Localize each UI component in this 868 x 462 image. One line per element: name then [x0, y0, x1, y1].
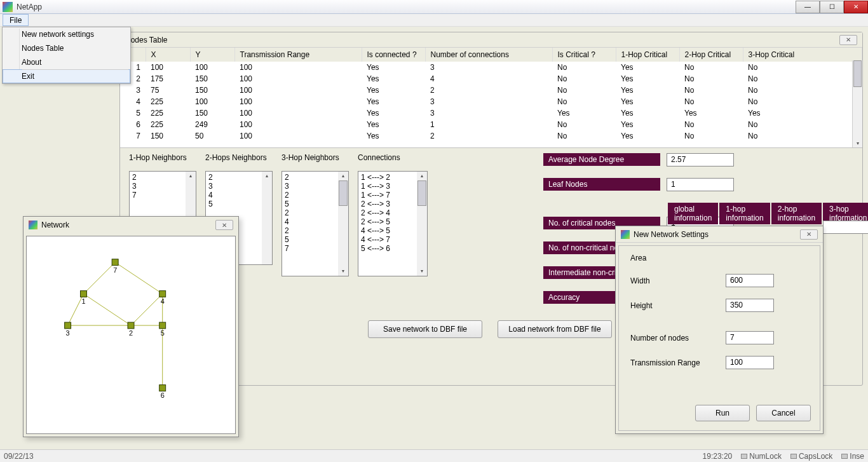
area-label: Area: [630, 254, 726, 262]
list-item[interactable]: 4: [285, 217, 346, 226]
svg-line-2: [83, 262, 115, 294]
list-item[interactable]: 7: [285, 244, 346, 253]
network-window-close-icon[interactable]: ✕: [215, 220, 233, 230]
list-item[interactable]: 7: [132, 191, 193, 200]
numlock-label: NumLock: [749, 452, 782, 461]
table-row[interactable]: 4225100100Yes3NoYesNoNo: [120, 96, 862, 107]
network-window-title: Network: [41, 221, 69, 229]
svg-text:2: 2: [129, 329, 133, 337]
nodes-table-close-icon[interactable]: ✕: [839, 35, 857, 45]
cancel-button[interactable]: Cancel: [756, 405, 811, 421]
list-item[interactable]: 3: [132, 182, 193, 191]
network-canvas[interactable]: 1234567: [26, 236, 236, 434]
list-item[interactable]: 3: [208, 182, 269, 191]
scroll-up-icon[interactable]: ▴: [186, 172, 196, 180]
scrollbar-thumb[interactable]: [853, 60, 862, 87]
list-item[interactable]: 2 <---> 5: [361, 217, 424, 226]
load-dbf-button[interactable]: Load network from DBF file: [498, 320, 612, 338]
scroll-down-icon[interactable]: ▾: [417, 267, 427, 276]
table-row[interactable]: 375150100Yes2NoYesNoNo: [120, 85, 862, 96]
global-info-tab[interactable]: global information: [668, 203, 718, 224]
network-window[interactable]: Network ✕ 1234567: [23, 216, 239, 437]
leaf-nodes-value[interactable]: 1: [667, 178, 734, 191]
col-is-critical[interactable]: Is Critical ?: [552, 48, 616, 62]
list-item[interactable]: 2 <---> 4: [361, 208, 424, 217]
list-item[interactable]: 4 <---> 7: [361, 235, 424, 244]
list-item[interactable]: 4: [208, 191, 269, 200]
list-item[interactable]: 2 <---> 3: [361, 200, 424, 208]
table-row[interactable]: 5225150100Yes3YesYesYesYes: [120, 107, 862, 119]
list-item[interactable]: 2: [208, 173, 269, 182]
svg-rect-21: [112, 259, 118, 266]
table-row[interactable]: 715050100Yes2NoYesNoNo: [120, 130, 862, 142]
list-item[interactable]: 5: [208, 200, 269, 208]
settings-dialog-close-icon[interactable]: ✕: [800, 229, 818, 240]
menu-nodes-table[interactable]: Nodes Table: [3, 41, 130, 55]
list-item[interactable]: 2: [285, 226, 346, 235]
leaf-nodes-label: Leaf Nodes: [543, 178, 660, 191]
svg-text:1: 1: [81, 297, 85, 305]
list-item[interactable]: 5: [285, 200, 346, 208]
table-scrollbar[interactable]: ▾: [852, 60, 862, 147]
list-item[interactable]: 4 <---> 5: [361, 226, 424, 235]
capslock-indicator-icon: [790, 454, 797, 459]
svg-rect-19: [159, 385, 166, 391]
2hop-info-tab[interactable]: 2-hop information: [771, 203, 822, 224]
nodes-table-title: Nodes Table: [125, 36, 168, 44]
connections-listbox[interactable]: 1 <---> 21 <---> 31 <---> 72 <---> 32 <-…: [358, 171, 428, 276]
status-bar: 09/22/13 19:23:20 NumLock CapsLock Inse: [0, 449, 868, 462]
list-item[interactable]: 1 <---> 2: [361, 173, 424, 182]
3hop-listbox[interactable]: 232524257▴▾: [281, 171, 349, 276]
col-y[interactable]: Y: [190, 48, 234, 62]
table-row[interactable]: 1100100100Yes3NoYesNoNo: [120, 62, 862, 73]
numlock-indicator-icon: [741, 454, 747, 459]
scroll-up-icon[interactable]: ▴: [262, 172, 272, 180]
col-transmission-range[interactable]: Transmission Range: [234, 48, 362, 62]
2hop-label: 2-Hops Neighbors: [205, 153, 273, 167]
scroll-up-icon[interactable]: ▴: [338, 172, 348, 180]
nodes-data-table[interactable]: X Y Transmission Range Is connected ? Nu…: [120, 48, 862, 142]
maximize-button[interactable]: ☐: [820, 1, 844, 13]
run-button[interactable]: Run: [695, 405, 750, 421]
height-label: Height: [630, 301, 726, 310]
close-button[interactable]: ✕: [844, 1, 868, 13]
list-item[interactable]: 1 <---> 7: [361, 191, 424, 200]
status-time: 19:23:20: [703, 452, 733, 461]
col-2hop-critical[interactable]: 2-Hop Critical: [679, 48, 743, 62]
list-item[interactable]: 1 <---> 3: [361, 182, 424, 191]
list-item[interactable]: 2: [285, 173, 346, 182]
list-item[interactable]: 3: [285, 182, 346, 191]
table-row[interactable]: 6225249100Yes1NoYesNoNo: [120, 119, 862, 130]
1hop-info-tab[interactable]: 1-hop information: [719, 203, 770, 224]
col-3hop-critical[interactable]: 3-Hop Critical: [743, 48, 862, 62]
file-menu-button[interactable]: File: [3, 14, 29, 26]
width-input[interactable]: 600: [726, 274, 774, 287]
scrollbar-down-icon[interactable]: ▾: [853, 139, 862, 147]
menu-new-network-settings[interactable]: New network settings: [3, 27, 130, 41]
col-1hop-critical[interactable]: 1-Hop Critical: [616, 48, 679, 62]
status-date: 09/22/13: [4, 452, 34, 461]
settings-dialog-title: New Network Settings: [634, 230, 709, 239]
list-item[interactable]: 2: [132, 173, 193, 182]
list-item[interactable]: 2: [285, 191, 346, 200]
menu-exit[interactable]: Exit: [3, 69, 130, 83]
width-label: Width: [630, 276, 726, 285]
minimize-button[interactable]: —: [796, 1, 820, 13]
list-item[interactable]: 5: [285, 235, 346, 244]
table-row[interactable]: 2175150100Yes4NoYesNoNo: [120, 73, 862, 85]
col-x[interactable]: X: [146, 48, 190, 62]
list-item[interactable]: 5 <---> 6: [361, 244, 424, 253]
scroll-up-icon[interactable]: ▴: [417, 172, 427, 180]
list-item[interactable]: 2: [285, 208, 346, 217]
new-network-settings-dialog[interactable]: New Network Settings ✕ Area Width 600 He…: [615, 226, 824, 434]
avg-node-degree-value[interactable]: 2.57: [667, 153, 734, 166]
height-input[interactable]: 350: [726, 299, 774, 312]
hidden-value-1[interactable]: [823, 221, 868, 234]
col-is-connected[interactable]: Is connected ?: [362, 48, 425, 62]
col-num-connections[interactable]: Number of connections: [425, 48, 552, 62]
scroll-down-icon[interactable]: ▾: [338, 267, 348, 276]
transmission-range-input[interactable]: 100: [726, 356, 774, 369]
menu-about[interactable]: About: [3, 55, 130, 69]
num-nodes-input[interactable]: 7: [726, 331, 774, 344]
save-dbf-button[interactable]: Save network to DBF file: [368, 320, 482, 338]
